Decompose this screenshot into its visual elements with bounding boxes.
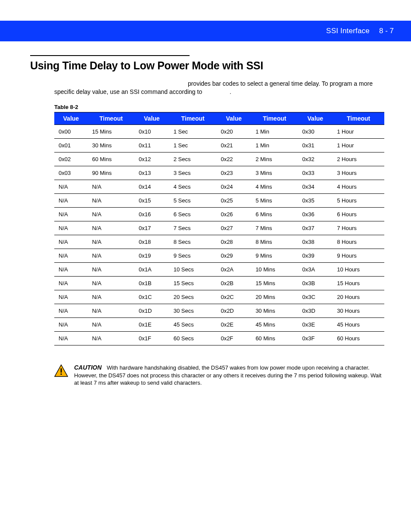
- table-cell: 60 Mins: [88, 152, 134, 166]
- table-cell: 0x1F: [134, 331, 169, 345]
- table-cell: 0x01: [54, 138, 88, 152]
- table-cell: 7 Hours: [333, 221, 384, 235]
- intro-text: provides bar codes to select a general t…: [54, 80, 373, 95]
- table-cell: 0x3D: [298, 304, 333, 317]
- table-cell: N/A: [88, 304, 134, 317]
- table-cell: 0x30: [298, 124, 333, 138]
- table-cell: N/A: [88, 317, 134, 331]
- table-cell: 0x15: [134, 193, 169, 207]
- table-cell: 0x32: [298, 152, 333, 166]
- table-cell: 15 Secs: [169, 276, 217, 290]
- table-cell: 9 Mins: [251, 249, 298, 262]
- table-cell: 0x3C: [298, 290, 333, 304]
- table-cell: 0x11: [134, 138, 169, 152]
- caution-badge: CAUTION: [74, 364, 102, 371]
- table-cell: 0x1B: [134, 276, 169, 290]
- table-cell: N/A: [54, 207, 88, 221]
- table-cell: 3 Secs: [169, 166, 217, 180]
- table-row: N/AN/A0x155 Secs0x255 Mins0x355 Hours: [54, 193, 384, 207]
- intro-paragraph: provides bar codes to select a general t…: [54, 80, 384, 96]
- table-cell: 4 Mins: [251, 180, 298, 193]
- table-cell: 2 Hours: [333, 152, 384, 166]
- table-cell: 0x13: [134, 166, 169, 180]
- table-header-cell: Value: [298, 112, 333, 124]
- table-row: N/AN/A0x144 Secs0x244 Mins0x344 Hours: [54, 180, 384, 193]
- table-caption: Table 8-2: [54, 104, 384, 110]
- table-header-cell: Value: [134, 112, 169, 124]
- table-header-cell: Timeout: [251, 112, 298, 124]
- table-cell: N/A: [88, 193, 134, 207]
- table-cell: 3 Hours: [333, 166, 384, 180]
- table-cell: 10 Hours: [333, 262, 384, 276]
- table-cell: N/A: [88, 262, 134, 276]
- table-cell: 6 Mins: [251, 207, 298, 221]
- table-cell: 30 Mins: [88, 138, 134, 152]
- table-cell: 15 Mins: [88, 124, 134, 138]
- table-cell: 7 Mins: [251, 221, 298, 235]
- table-cell: 45 Hours: [333, 317, 384, 331]
- table-cell: 30 Secs: [169, 304, 217, 317]
- table-cell: 20 Secs: [169, 290, 217, 304]
- table-cell: 0x12: [134, 152, 169, 166]
- table-cell: 60 Mins: [251, 331, 298, 345]
- table-cell: N/A: [54, 193, 88, 207]
- table-cell: N/A: [88, 180, 134, 193]
- table-cell: 0x1D: [134, 304, 169, 317]
- table-cell: N/A: [54, 180, 88, 193]
- table-cell: 60 Secs: [169, 331, 217, 345]
- table-cell: 4 Secs: [169, 180, 217, 193]
- table-row: N/AN/A0x166 Secs0x266 Mins0x366 Hours: [54, 207, 384, 221]
- table-cell: 0x31: [298, 138, 333, 152]
- table-cell: 0x36: [298, 207, 333, 221]
- caution-icon: [54, 364, 68, 377]
- table-row: 0x0130 Mins0x111 Sec0x211 Min0x311 Hour: [54, 138, 384, 152]
- svg-rect-2: [61, 373, 62, 375]
- caution-text: With hardware handshaking disabled, the …: [74, 364, 381, 386]
- table-cell: 0x33: [298, 166, 333, 180]
- table-cell: 0x3E: [298, 317, 333, 331]
- table-cell: 0x3A: [298, 262, 333, 276]
- table-cell: N/A: [88, 235, 134, 249]
- table-cell: 0x38: [298, 235, 333, 249]
- table-cell: 0x35: [298, 193, 333, 207]
- table-cell: 0x29: [216, 249, 251, 262]
- table-cell: 1 Min: [251, 138, 298, 152]
- table-cell: 0x22: [216, 152, 251, 166]
- table-cell: 0x24: [216, 180, 251, 193]
- section-rule: [30, 55, 190, 56]
- table-cell: N/A: [54, 262, 88, 276]
- table-cell: N/A: [88, 249, 134, 262]
- page-header: SSI Interface 8 - 7: [0, 21, 411, 41]
- table-cell: 2 Mins: [251, 152, 298, 166]
- table-cell: 0x26: [216, 207, 251, 221]
- table-row: 0x0260 Mins0x122 Secs0x222 Mins0x322 Hou…: [54, 152, 384, 166]
- table-cell: 8 Mins: [251, 235, 298, 249]
- table-cell: 5 Hours: [333, 193, 384, 207]
- table-row: 0x0390 Mins0x133 Secs0x233 Mins0x333 Hou…: [54, 166, 384, 180]
- table-row: 0x0015 Mins0x101 Sec0x201 Min0x301 Hour: [54, 124, 384, 138]
- table-cell: 0x1A: [134, 262, 169, 276]
- table-cell: 0x1E: [134, 317, 169, 331]
- table-cell: 0x10: [134, 124, 169, 138]
- table-cell: 0x16: [134, 207, 169, 221]
- table-cell: N/A: [54, 249, 88, 262]
- table-cell: 15 Hours: [333, 276, 384, 290]
- table-cell: 0x2C: [216, 290, 251, 304]
- caution-block: CAUTIONWith hardware handshaking disable…: [54, 364, 384, 387]
- table-cell: N/A: [54, 221, 88, 235]
- table-cell: 10 Secs: [169, 262, 217, 276]
- table-cell: 8 Hours: [333, 235, 384, 249]
- table-cell: 10 Mins: [251, 262, 298, 276]
- table-cell: 30 Hours: [333, 304, 384, 317]
- table-cell: 0x19: [134, 249, 169, 262]
- page-body: Using Time Delay to Low Power Mode with …: [0, 41, 411, 404]
- table-cell: 5 Secs: [169, 193, 217, 207]
- table-row: N/AN/A0x1F60 Secs0x2F60 Mins0x3F60 Hours: [54, 331, 384, 345]
- table-cell: 6 Hours: [333, 207, 384, 221]
- table-cell: 90 Mins: [88, 166, 134, 180]
- table-cell: 1 Min: [251, 124, 298, 138]
- table-cell: N/A: [88, 290, 134, 304]
- table-cell: 8 Secs: [169, 235, 217, 249]
- table-cell: 1 Hour: [333, 124, 384, 138]
- section-heading: Using Time Delay to Low Power Mode with …: [30, 59, 384, 72]
